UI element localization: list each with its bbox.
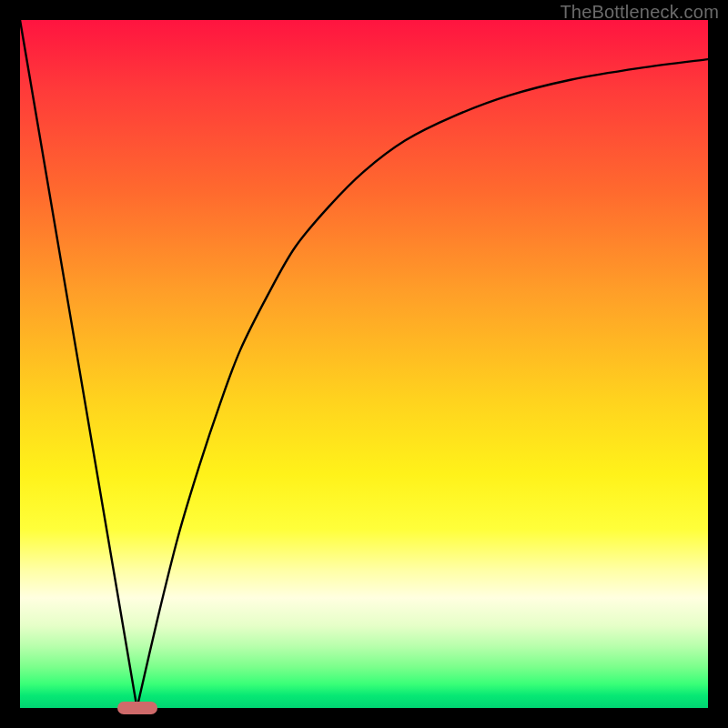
bottleneck-curve <box>20 20 708 708</box>
chart-frame: TheBottleneck.com <box>0 0 728 728</box>
curve-layer <box>20 20 708 708</box>
plot-area <box>20 20 708 708</box>
minimum-marker <box>117 702 157 714</box>
